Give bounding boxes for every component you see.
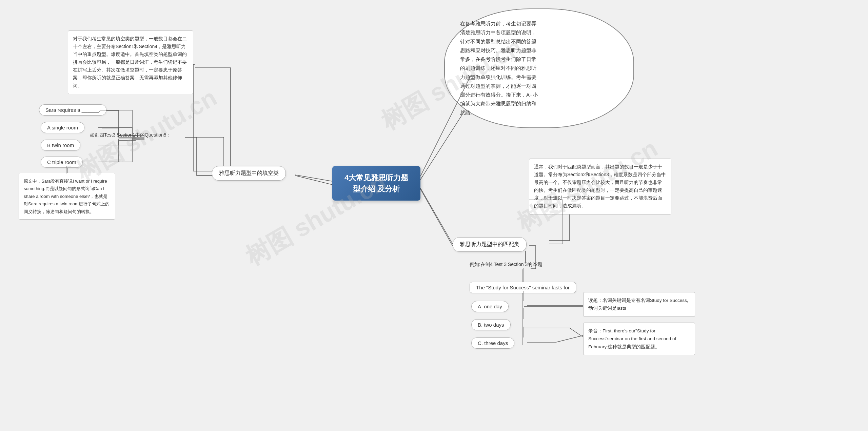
svg-line-1: [420, 188, 453, 244]
example-label-text: 如剑四Test3 Section1中的Question5：: [90, 132, 171, 138]
top-right-text: 在备考雅思听力前，考生切记要弄 清楚雅思听力中各项题型的说明， 针对不同的题型总…: [460, 21, 538, 116]
fill-blank-topic: 雅思听力题型中的填空类: [212, 166, 286, 181]
match-option-a: A. one day: [471, 301, 509, 312]
sara-question: Sara requires a ______.: [39, 104, 106, 116]
match-option-c-text: C. three days: [478, 340, 508, 346]
match-topic: 雅思听力题型中的匹配类: [453, 237, 527, 252]
seminar-q-text: The "Study for Success" seminar lasts fo…: [476, 285, 570, 290]
note-2: 录音：First, there's our"Study for Success"…: [583, 323, 695, 355]
option-b-text: B twin room: [47, 142, 74, 148]
match-desc-text: 通常，我们对于匹配类题型而言，其出题的数目一般是少于十道题。常分布为Sectio…: [534, 164, 666, 208]
match-option-b-text: B. two days: [478, 322, 504, 328]
note-2-text: 录音：First, there's our"Study for Success"…: [588, 328, 676, 349]
note-1: 读题：名词关键词是专有名词Study for Success,动词关键词是las…: [583, 292, 695, 317]
explanation-box: 原文中，Sara没有直接说I want or I require somethi…: [19, 173, 115, 220]
option-b-twin: B twin room: [41, 140, 80, 151]
option-c-triple: C triple room: [41, 157, 83, 168]
explanation-text: 原文中，Sara没有直接说I want or I require somethi…: [24, 179, 110, 214]
svg-line-0: [295, 176, 332, 185]
example-label: 如剑四Test3 Section1中的Question5：: [90, 132, 171, 138]
match-topic-label: 雅思听力题型中的匹配类: [460, 241, 519, 247]
top-right-oval: 在备考雅思听力前，考生切记要弄 清楚雅思听力中各项题型的说明， 针对不同的题型总…: [444, 8, 634, 128]
seminar-question: The "Study for Success" seminar lasts fo…: [470, 282, 576, 293]
svg-line-3: [295, 175, 332, 181]
sara-q-text: Sara requires a ______.: [45, 107, 100, 113]
fill-blank-label: 雅思听力题型中的填空类: [219, 170, 279, 176]
match-option-a-text: A. one day: [478, 304, 502, 309]
match-desc: 通常，我们对于匹配类题型而言，其出题的数目一般是少于十道题。常分布为Sectio…: [529, 159, 671, 214]
match-option-b: B. two days: [471, 319, 511, 330]
match-option-c: C. three days: [471, 337, 514, 349]
option-a-text: A single room: [47, 125, 78, 130]
option-c-text: C triple room: [47, 159, 76, 165]
match-example-text: 例如:在剑4 Test 3 Section 3的22题: [470, 262, 542, 267]
fill-blank-desc: 对于我们考生常见的填空类的题型，一般数目都会在二十个左右，主要分布Section…: [68, 30, 193, 94]
note-1-text: 读题：名词关键词是专有名词Study for Success,动词关键词是las…: [588, 298, 688, 311]
svg-line-4: [420, 189, 453, 246]
match-example-label: 例如:在剑4 Test 3 Section 3的22题: [470, 262, 542, 268]
fill-blank-desc-text: 对于我们考生常见的填空类的题型，一般数目都会在二十个左右，主要分布Section…: [73, 36, 187, 88]
center-title: 4大常见雅思听力题型介绍 及分析: [344, 173, 408, 193]
option-a-single: A single room: [41, 122, 84, 133]
center-node: 4大常见雅思听力题型介绍 及分析: [332, 166, 420, 201]
